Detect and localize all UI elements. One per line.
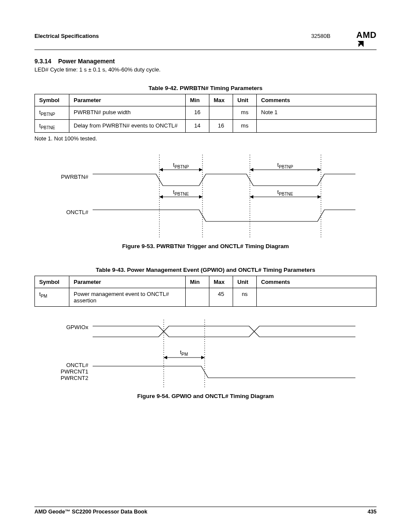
cell-symbol: tPBTNE xyxy=(35,119,69,133)
svg-text:ONCTL#: ONCTL# xyxy=(66,362,89,368)
cell-unit: ms xyxy=(233,119,257,133)
cell-unit: ms xyxy=(233,106,257,120)
svg-text:tPBTNP: tPBTNP xyxy=(173,162,189,169)
table-row: tPBTNE Delay from PWRBTN# events to ONCT… xyxy=(35,119,377,133)
table-42-note: Note 1. Not 100% tested. xyxy=(34,135,377,142)
svg-text:ONCTL#: ONCTL# xyxy=(66,209,89,215)
svg-marker-10 xyxy=(250,168,253,171)
th-max: Max xyxy=(209,94,233,106)
svg-marker-18 xyxy=(250,195,253,199)
section-number: 9.3.14 xyxy=(34,58,51,65)
footer-left: AMD Geode™ SC2200 Processor Data Book xyxy=(34,509,147,515)
svg-text:GPWIOx: GPWIOx xyxy=(66,324,89,330)
page-header: Electrical Specifications 32580B AMD xyxy=(34,30,377,50)
svg-marker-26 xyxy=(164,356,167,359)
cell-min xyxy=(186,288,209,307)
header-docnum: 32580B xyxy=(311,33,330,39)
figure-53-caption: Figure 9-53. PWRBTN# Trigger and ONCTL# … xyxy=(34,243,377,249)
page: Electrical Specifications 32580B AMD 9.3… xyxy=(0,0,411,532)
table-42: Symbol Parameter Min Max Unit Comments t… xyxy=(34,94,377,133)
table-42-title: Table 9-42. PWRBTN# Timing Parameters xyxy=(34,85,377,91)
th-min: Min xyxy=(186,276,209,288)
svg-text:PWRBTN#: PWRBTN# xyxy=(61,174,88,180)
table-43-title: Table 9-43. Power Management Event (GPWI… xyxy=(34,267,377,273)
cell-min: 14 xyxy=(186,119,209,133)
th-param: Parameter xyxy=(69,276,186,288)
svg-marker-11 xyxy=(318,168,321,171)
svg-marker-14 xyxy=(159,195,163,199)
th-param: Parameter xyxy=(69,94,186,106)
cell-symbol: tPM xyxy=(35,288,69,307)
th-unit: Unit xyxy=(233,276,257,288)
svg-marker-27 xyxy=(201,356,205,359)
table-row: Symbol Parameter Min Max Unit Comments xyxy=(35,94,377,106)
svg-text:PWRCNT1: PWRCNT1 xyxy=(61,368,88,375)
svg-text:tPBTNE: tPBTNE xyxy=(277,189,293,196)
cell-min: 16 xyxy=(186,106,209,120)
footer-page: 435 xyxy=(367,509,377,515)
cell-comm: Note 1 xyxy=(257,106,377,120)
section-body: LED# Cycle time: 1 s ± 0.1 s, 40%-60% du… xyxy=(34,66,377,73)
page-footer: AMD Geode™ SC2200 Processor Data Book 43… xyxy=(34,507,377,515)
cell-max xyxy=(209,106,233,120)
figure-54-caption: Figure 9-54. GPWIO and ONCTL# Timing Dia… xyxy=(34,393,377,399)
svg-text:tPBTNP: tPBTNP xyxy=(277,162,293,169)
cell-param: Power management event to ONCTL# asserti… xyxy=(69,288,186,307)
th-comm: Comments xyxy=(257,94,377,106)
th-symbol: Symbol xyxy=(35,276,69,288)
cell-max: 45 xyxy=(209,288,233,307)
table-43: Symbol Parameter Min Max Unit Comments t… xyxy=(34,276,377,307)
amd-logo-text: AMD xyxy=(356,30,377,40)
svg-text:tPM: tPM xyxy=(180,349,188,357)
cell-comm xyxy=(257,119,377,133)
table-row: tPBTNP PWRBTN# pulse width 16 ms Note 1 xyxy=(35,106,377,120)
amd-arrow-icon xyxy=(357,40,365,48)
th-min: Min xyxy=(186,94,209,106)
section-heading: 9.3.14Power Management xyxy=(34,58,377,65)
cell-unit: ns xyxy=(233,288,257,307)
section-title: Power Management xyxy=(58,58,115,65)
svg-text:tPBTNE: tPBTNE xyxy=(173,189,189,196)
svg-text:PWRCNT2: PWRCNT2 xyxy=(61,375,88,381)
cell-symbol: tPBTNP xyxy=(35,106,69,120)
svg-marker-15 xyxy=(199,195,202,199)
th-symbol: Symbol xyxy=(35,94,69,106)
figure-53-diagram: PWRBTN# tPBTNP tPBTNP tPBTNE xyxy=(34,155,377,239)
cell-param: PWRBTN# pulse width xyxy=(69,106,186,120)
cell-max: 16 xyxy=(209,119,233,133)
th-comm: Comments xyxy=(257,276,377,288)
svg-marker-7 xyxy=(199,168,202,171)
svg-marker-19 xyxy=(318,195,321,199)
table-row: tPM Power management event to ONCTL# ass… xyxy=(35,288,377,307)
cell-param: Delay from PWRBTN# events to ONCTL# xyxy=(69,119,186,133)
th-max: Max xyxy=(209,276,233,288)
svg-marker-6 xyxy=(159,168,163,171)
amd-logo: AMD xyxy=(356,30,377,48)
table-row: Symbol Parameter Min Max Unit Comments xyxy=(35,276,377,288)
figure-54-diagram: GPWIOx tPM ONCTL# PWRCNT1 PWRCNT2 xyxy=(34,320,377,389)
cell-comm xyxy=(257,288,377,307)
header-section: Electrical Specifications xyxy=(34,33,99,39)
th-unit: Unit xyxy=(233,94,257,106)
